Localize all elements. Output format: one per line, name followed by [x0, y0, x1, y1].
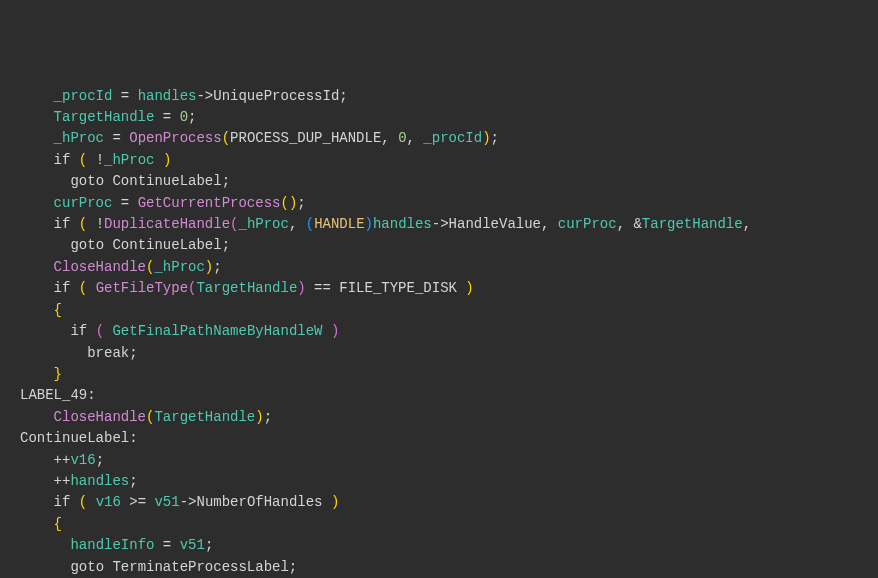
code-content[interactable]: TargetHandle = 0;: [18, 107, 878, 128]
code-content[interactable]: CloseHandle(TargetHandle);: [18, 407, 878, 428]
code-line[interactable]: goto ContinueLabel;: [0, 171, 878, 192]
token: ;: [491, 130, 499, 146]
code-content[interactable]: _hProc = OpenProcess(PROCESS_DUP_HANDLE,…: [18, 128, 878, 149]
code-line[interactable]: if ( !_hProc ): [0, 150, 878, 171]
token: (: [79, 494, 87, 510]
code-line[interactable]: if ( v16 >= v51->NumberOfHandles ): [0, 492, 878, 513]
token: ->: [180, 494, 197, 510]
token: [20, 280, 54, 296]
code-content[interactable]: handleInfo = v51;: [18, 535, 878, 556]
code-content[interactable]: goto TerminateProcessLabel;: [18, 557, 878, 578]
code-line[interactable]: handleInfo = v51;: [0, 535, 878, 556]
token: FILE_TYPE_DISK: [339, 280, 457, 296]
code-line[interactable]: if ( GetFileType(TargetHandle) == FILE_T…: [0, 278, 878, 299]
token: 0: [398, 130, 406, 146]
code-content[interactable]: goto ContinueLabel;: [18, 235, 878, 256]
token: GetCurrentProcess: [138, 195, 281, 211]
code-line[interactable]: TargetHandle = 0;: [0, 107, 878, 128]
line-number: [0, 128, 18, 149]
code-content[interactable]: {: [18, 300, 878, 321]
code-content[interactable]: goto ContinueLabel;: [18, 171, 878, 192]
code-editor[interactable]: _procId = handles->UniqueProcessId; Targ…: [0, 86, 878, 578]
line-number: [0, 193, 18, 214]
token: {: [54, 302, 62, 318]
token: [70, 216, 78, 232]
token: if: [54, 216, 71, 232]
code-line[interactable]: ++handles;: [0, 471, 878, 492]
token: if: [54, 152, 71, 168]
token: =: [154, 537, 179, 553]
code-line[interactable]: ++v16;: [0, 450, 878, 471]
token: _procId: [423, 130, 482, 146]
code-content[interactable]: LABEL_49:: [18, 385, 878, 406]
token: 0: [180, 109, 188, 125]
code-line[interactable]: goto ContinueLabel;: [0, 235, 878, 256]
token: _hProc: [54, 130, 104, 146]
code-line[interactable]: LABEL_49:: [0, 385, 878, 406]
code-line[interactable]: CloseHandle(TargetHandle);: [0, 407, 878, 428]
token: ->: [196, 88, 213, 104]
token: ): [163, 152, 171, 168]
code-content[interactable]: ++v16;: [18, 450, 878, 471]
line-number: [0, 407, 18, 428]
token: ;: [264, 409, 272, 425]
code-line[interactable]: {: [0, 514, 878, 535]
code-content[interactable]: _procId = handles->UniqueProcessId;: [18, 86, 878, 107]
token: NumberOfHandles: [197, 494, 323, 510]
token: ,: [289, 216, 306, 232]
code-line[interactable]: _hProc = OpenProcess(PROCESS_DUP_HANDLE,…: [0, 128, 878, 149]
code-content[interactable]: {: [18, 514, 878, 535]
line-number: [0, 450, 18, 471]
token: [323, 494, 331, 510]
code-line[interactable]: ContinueLabel:: [0, 428, 878, 449]
token: ): [465, 280, 473, 296]
token: [20, 130, 54, 146]
code-line[interactable]: goto TerminateProcessLabel;: [0, 557, 878, 578]
code-line[interactable]: CloseHandle(_hProc);: [0, 257, 878, 278]
code-line[interactable]: break;: [0, 343, 878, 364]
token: [87, 280, 95, 296]
code-line[interactable]: {: [0, 300, 878, 321]
token: v16: [70, 452, 95, 468]
token: v51: [154, 494, 179, 510]
token: }: [54, 366, 62, 382]
code-content[interactable]: CloseHandle(_hProc);: [18, 257, 878, 278]
code-line[interactable]: if ( !DuplicateHandle(_hProc, (HANDLE)ha…: [0, 214, 878, 235]
code-content[interactable]: }: [18, 364, 878, 385]
token: GetFileType: [96, 280, 188, 296]
line-number: [0, 364, 18, 385]
code-content[interactable]: ContinueLabel:: [18, 428, 878, 449]
token: if: [70, 323, 87, 339]
code-line[interactable]: _procId = handles->UniqueProcessId;: [0, 86, 878, 107]
code-content[interactable]: if ( GetFinalPathNameByHandleW ): [18, 321, 878, 342]
token: PROCESS_DUP_HANDLE: [230, 130, 381, 146]
line-number: [0, 214, 18, 235]
token: {: [54, 516, 62, 532]
code-line[interactable]: }: [0, 364, 878, 385]
token: [20, 494, 54, 510]
token: OpenProcess: [129, 130, 221, 146]
token: [70, 280, 78, 296]
token: TerminateProcessLabel;: [104, 559, 297, 575]
code-content[interactable]: ++handles;: [18, 471, 878, 492]
token: >=: [121, 494, 155, 510]
code-content[interactable]: if ( v16 >= v51->NumberOfHandles ): [18, 492, 878, 513]
token: GetFinalPathNameByHandleW: [112, 323, 322, 339]
code-content[interactable]: if ( !_hProc ): [18, 150, 878, 171]
code-content[interactable]: curProc = GetCurrentProcess();: [18, 193, 878, 214]
token: TargetHandle: [642, 216, 743, 232]
token: break: [87, 345, 129, 361]
token: handleInfo: [70, 537, 154, 553]
token: ,: [541, 216, 558, 232]
token: _hProc: [238, 216, 288, 232]
token: DuplicateHandle: [104, 216, 230, 232]
code-content[interactable]: if ( GetFileType(TargetHandle) == FILE_T…: [18, 278, 878, 299]
token: [20, 237, 70, 253]
token: (: [306, 216, 314, 232]
token: [20, 323, 70, 339]
token: (: [79, 216, 87, 232]
code-content[interactable]: break;: [18, 343, 878, 364]
code-content[interactable]: if ( !DuplicateHandle(_hProc, (HANDLE)ha…: [18, 214, 878, 235]
code-line[interactable]: curProc = GetCurrentProcess();: [0, 193, 878, 214]
code-line[interactable]: if ( GetFinalPathNameByHandleW ): [0, 321, 878, 342]
